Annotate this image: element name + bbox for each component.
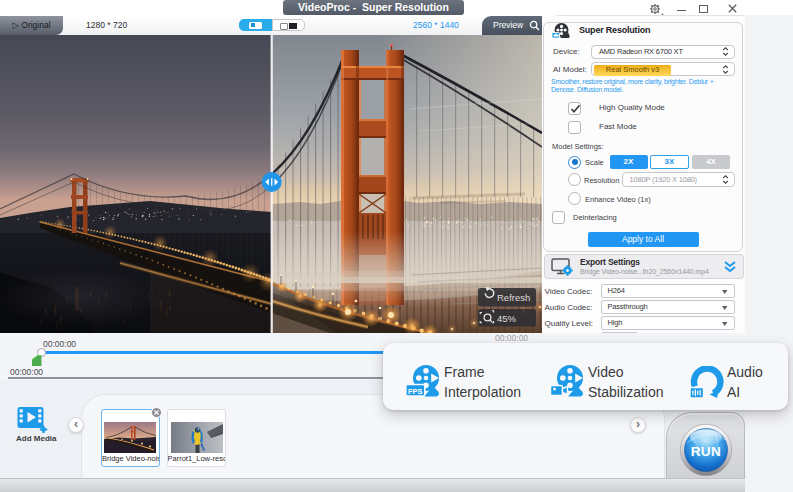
svg-text:45%: 45% — [497, 313, 517, 324]
svg-text:RUN: RUN — [691, 444, 722, 459]
svg-text:FPS: FPS — [408, 387, 423, 396]
svg-text:Refresh: Refresh — [497, 292, 530, 303]
